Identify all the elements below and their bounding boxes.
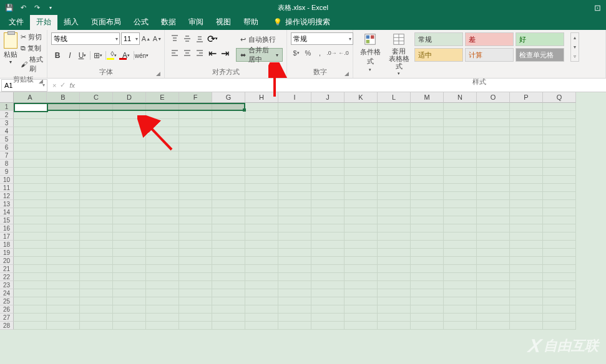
cell[interactable] — [378, 265, 411, 273]
cell[interactable] — [14, 314, 47, 322]
cell[interactable] — [278, 192, 311, 200]
align-bottom-button[interactable] — [193, 32, 206, 45]
cell[interactable] — [14, 135, 47, 143]
cell[interactable] — [14, 273, 47, 281]
cell[interactable] — [345, 127, 378, 135]
cell[interactable] — [378, 103, 411, 111]
row-header[interactable]: 2 — [0, 111, 14, 119]
cell[interactable] — [345, 322, 378, 330]
cell[interactable] — [14, 192, 47, 200]
cell[interactable] — [146, 216, 179, 224]
cell[interactable] — [345, 224, 378, 232]
cell[interactable] — [411, 314, 444, 322]
cell[interactable] — [179, 216, 212, 224]
column-header[interactable]: D — [113, 92, 146, 103]
cell[interactable] — [543, 297, 576, 305]
cell[interactable] — [212, 176, 245, 184]
cell[interactable] — [245, 119, 278, 127]
cell[interactable] — [179, 273, 212, 281]
cell[interactable] — [14, 208, 47, 216]
percent-button[interactable]: % — [303, 47, 313, 59]
cell[interactable] — [345, 241, 378, 249]
cell[interactable] — [311, 232, 345, 241]
cell[interactable] — [510, 168, 543, 176]
cell[interactable] — [543, 265, 576, 273]
row-header[interactable]: 15 — [0, 216, 14, 224]
column-header[interactable]: C — [80, 92, 113, 103]
number-format-combo[interactable]: 常规 — [291, 32, 353, 45]
cell[interactable] — [510, 232, 543, 241]
cut-button[interactable]: ✂剪切 — [21, 32, 43, 42]
cell[interactable] — [80, 143, 113, 151]
cell[interactable] — [444, 135, 477, 143]
cell[interactable] — [311, 314, 345, 322]
cell[interactable] — [444, 224, 477, 232]
cell[interactable] — [378, 208, 411, 216]
cell[interactable] — [444, 305, 477, 314]
cell[interactable] — [146, 135, 179, 143]
cell[interactable] — [47, 232, 80, 241]
font-color-button[interactable]: A▾ — [120, 49, 132, 62]
cell[interactable] — [378, 249, 411, 257]
cell[interactable] — [510, 241, 543, 249]
cell[interactable] — [510, 314, 543, 322]
cell[interactable] — [378, 143, 411, 151]
cell[interactable] — [80, 184, 113, 192]
cell[interactable] — [47, 224, 80, 232]
cell[interactable] — [378, 151, 411, 160]
cells-area[interactable] — [14, 103, 576, 330]
column-header[interactable]: G — [212, 92, 245, 103]
cell[interactable] — [245, 176, 278, 184]
cell[interactable] — [311, 151, 345, 160]
cell[interactable] — [411, 119, 444, 127]
tab-data[interactable]: 数据 — [155, 14, 182, 30]
cell[interactable] — [444, 176, 477, 184]
cell[interactable] — [113, 111, 146, 119]
cell[interactable] — [444, 216, 477, 224]
cell[interactable] — [510, 192, 543, 200]
enter-icon[interactable]: ✓ — [60, 81, 66, 89]
cell[interactable] — [345, 103, 378, 111]
cell[interactable] — [311, 184, 345, 192]
cell[interactable] — [245, 289, 278, 297]
cell[interactable] — [477, 143, 510, 151]
cell[interactable] — [80, 305, 113, 314]
cell[interactable] — [80, 322, 113, 330]
cell[interactable] — [411, 281, 444, 289]
cell[interactable] — [212, 216, 245, 224]
row-header[interactable]: 8 — [0, 160, 14, 168]
cell[interactable] — [543, 143, 576, 151]
cell[interactable] — [311, 192, 345, 200]
cell[interactable] — [543, 232, 576, 241]
column-header[interactable]: K — [345, 92, 378, 103]
tab-page-layout[interactable]: 页面布局 — [85, 14, 127, 30]
cell[interactable] — [278, 135, 311, 143]
cell[interactable] — [245, 200, 278, 208]
column-header[interactable]: P — [510, 92, 543, 103]
cell[interactable] — [278, 119, 311, 127]
row-header[interactable]: 26 — [0, 305, 14, 314]
cell[interactable] — [278, 103, 311, 111]
cell[interactable] — [411, 208, 444, 216]
cell[interactable] — [146, 265, 179, 273]
cell[interactable] — [345, 143, 378, 151]
cell[interactable] — [212, 273, 245, 281]
cell[interactable] — [113, 281, 146, 289]
row-header[interactable]: 9 — [0, 168, 14, 176]
cell[interactable] — [113, 119, 146, 127]
cell[interactable] — [444, 192, 477, 200]
cell[interactable] — [80, 249, 113, 257]
cell[interactable] — [245, 151, 278, 160]
cell[interactable] — [14, 200, 47, 208]
cell[interactable] — [212, 289, 245, 297]
cell[interactable] — [179, 232, 212, 241]
cell[interactable] — [80, 200, 113, 208]
cell[interactable] — [477, 289, 510, 297]
row-header[interactable]: 6 — [0, 143, 14, 151]
wrap-text-button[interactable]: ↩ 自动换行 — [236, 32, 283, 46]
cell[interactable] — [543, 151, 576, 160]
cell[interactable] — [477, 103, 510, 111]
cell[interactable] — [245, 216, 278, 224]
cell[interactable] — [444, 184, 477, 192]
cell[interactable] — [378, 135, 411, 143]
